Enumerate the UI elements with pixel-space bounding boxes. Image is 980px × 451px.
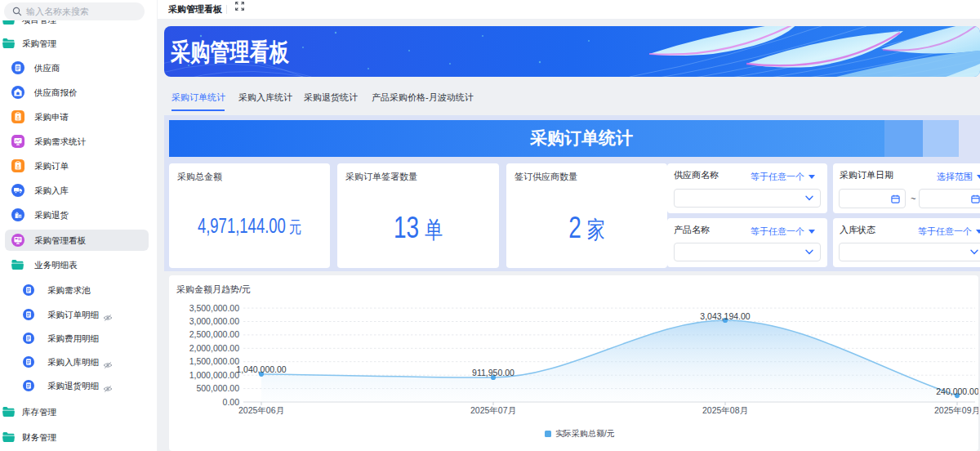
svg-text:3,043,194.00: 3,043,194.00: [700, 311, 750, 321]
svg-text:3,000,000.00: 3,000,000.00: [189, 316, 239, 326]
svg-text:0.00: 0.00: [223, 397, 240, 407]
svg-text:采购金额月趋势/元: 采购金额月趋势/元: [176, 284, 251, 294]
svg-text:2,500,000.00: 2,500,000.00: [189, 329, 239, 339]
svg-text:500,000.00: 500,000.00: [196, 383, 239, 393]
svg-text:1,000,000.00: 1,000,000.00: [189, 370, 239, 380]
svg-text:2025年09月: 2025年09月: [934, 405, 978, 415]
svg-text:2,000,000.00: 2,000,000.00: [189, 343, 239, 353]
svg-text:3,500,000.00: 3,500,000.00: [189, 303, 239, 313]
svg-text:2025年07月: 2025年07月: [470, 405, 516, 415]
svg-text:2025年06月: 2025年06月: [238, 405, 284, 415]
svg-text:1,500,000.00: 1,500,000.00: [189, 356, 239, 366]
svg-text:1,040,000.00: 1,040,000.00: [236, 364, 286, 374]
svg-text:240,000.00: 240,000.00: [936, 386, 978, 396]
svg-text:2025年08月: 2025年08月: [702, 405, 748, 415]
svg-text:实际采购总额/元: 实际采购总额/元: [555, 429, 615, 438]
svg-text:911,950.00: 911,950.00: [472, 368, 514, 377]
